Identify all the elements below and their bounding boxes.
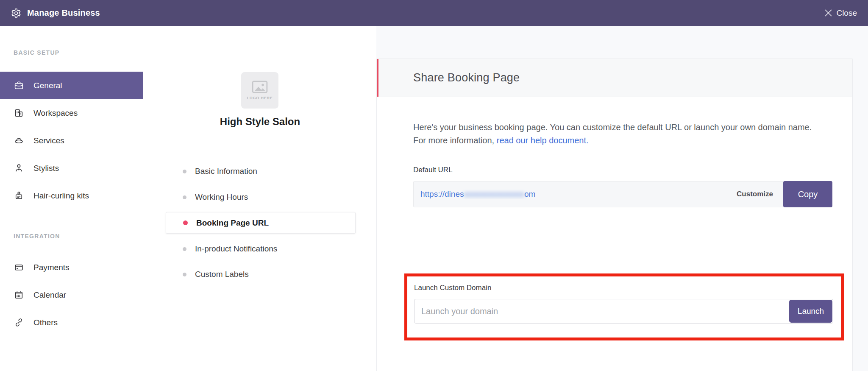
sidebar-item-general[interactable]: General bbox=[0, 72, 143, 99]
help-document-link[interactable]: read our help document. bbox=[497, 136, 589, 145]
sidebar-item-label: Hair-curling kits bbox=[33, 191, 89, 201]
panel-body: Here's your business booking page. You c… bbox=[377, 97, 852, 207]
buildings-icon bbox=[14, 108, 24, 118]
hat-icon bbox=[14, 135, 24, 146]
launch-custom-domain-section: Launch Custom Domain Launch bbox=[414, 284, 833, 324]
top-bar-title-group: Manage Business bbox=[11, 8, 100, 18]
launch-button[interactable]: Launch bbox=[789, 300, 832, 323]
logo-placeholder[interactable]: LOGO HERE bbox=[241, 72, 278, 109]
url-redacted-segment: xxxxxxxxxxxxxxx bbox=[464, 190, 524, 198]
bullet-dot-icon bbox=[183, 170, 186, 173]
share-booking-page-panel: Share Booking Page Here's your business … bbox=[376, 59, 853, 371]
sidebar-item-services[interactable]: Services bbox=[0, 127, 143, 154]
subnav-item-in-product-notifications[interactable]: In-product Notifications bbox=[166, 241, 356, 257]
image-placeholder-icon bbox=[251, 81, 268, 93]
url-visible-suffix: om bbox=[524, 190, 535, 198]
sidebar-item-workspaces[interactable]: Workspaces bbox=[0, 99, 143, 127]
logo-placeholder-label: LOGO HERE bbox=[247, 96, 273, 100]
manage-business-window: Manage Business Close BASIC SETUP Genera… bbox=[0, 0, 868, 371]
panel-header: Share Booking Page bbox=[377, 59, 852, 97]
sidebar-item-label: Calendar bbox=[33, 290, 66, 300]
top-bar: Manage Business Close bbox=[0, 0, 868, 26]
sidebar-item-label: Others bbox=[33, 318, 58, 327]
gear-icon bbox=[11, 8, 21, 18]
link-icon bbox=[14, 317, 24, 328]
calendar-icon bbox=[14, 290, 24, 300]
subnav-item-working-hours[interactable]: Working Hours bbox=[166, 189, 356, 205]
launch-custom-domain-label: Launch Custom Domain bbox=[414, 284, 833, 292]
custom-domain-input-wrap: Launch bbox=[414, 299, 833, 324]
business-summary-column: LOGO HERE High Style Salon Basic Informa… bbox=[144, 26, 376, 371]
default-url-label: Default URL bbox=[413, 166, 852, 174]
customize-link[interactable]: Customize bbox=[737, 190, 773, 198]
active-bullet-dot-icon bbox=[183, 220, 188, 225]
booking-page-description: Here's your business booking page. You c… bbox=[413, 121, 820, 147]
business-name: High Style Salon bbox=[144, 116, 376, 128]
subnav-item-label: In-product Notifications bbox=[195, 244, 277, 254]
section-header-integration: INTEGRATION bbox=[14, 233, 143, 240]
kit-tag-icon bbox=[14, 190, 24, 201]
sidebar-item-label: Workspaces bbox=[33, 109, 78, 118]
subnav-item-label: Booking Page URL bbox=[196, 218, 269, 228]
subnav-item-custom-labels[interactable]: Custom Labels bbox=[166, 266, 356, 282]
subnav-item-label: Working Hours bbox=[195, 192, 248, 202]
sidebar-item-payments[interactable]: Payments bbox=[0, 254, 143, 281]
sidebar-item-label: Services bbox=[33, 136, 64, 145]
sidebar-item-hair-curling-kits[interactable]: Hair-curling kits bbox=[0, 182, 143, 209]
subnav-item-label: Custom Labels bbox=[195, 270, 249, 279]
section-header-basic-setup: BASIC SETUP bbox=[14, 49, 143, 56]
subnav-item-basic-information[interactable]: Basic Information bbox=[166, 163, 356, 179]
panel-accent-bar bbox=[377, 59, 378, 97]
settings-sidebar: BASIC SETUP General Workspaces bbox=[0, 26, 143, 371]
bullet-dot-icon bbox=[183, 273, 186, 276]
credit-card-icon bbox=[14, 262, 24, 273]
close-icon bbox=[825, 9, 832, 17]
bullet-dot-icon bbox=[183, 195, 186, 199]
default-url-value: https://dinesxxxxxxxxxxxxxxxom bbox=[414, 190, 737, 199]
sidebar-item-stylists[interactable]: Stylists bbox=[0, 154, 143, 182]
description-text: Here's your business booking page. You c… bbox=[413, 123, 812, 145]
subnav-item-booking-page-url[interactable]: Booking Page URL bbox=[166, 212, 356, 234]
copy-button[interactable]: Copy bbox=[783, 181, 832, 207]
panel-title: Share Booking Page bbox=[413, 71, 520, 84]
sidebar-item-others[interactable]: Others bbox=[0, 309, 143, 336]
sidebar-item-label: Payments bbox=[33, 263, 69, 272]
sidebar-item-label: Stylists bbox=[33, 164, 59, 173]
custom-domain-input[interactable] bbox=[414, 299, 833, 324]
window-title: Manage Business bbox=[27, 8, 100, 18]
default-url-field: https://dinesxxxxxxxxxxxxxxxom Customize… bbox=[413, 181, 832, 207]
sidebar-item-label: General bbox=[33, 81, 62, 90]
close-button[interactable]: Close bbox=[825, 8, 857, 18]
subnav-item-label: Basic Information bbox=[195, 167, 257, 176]
sidebar-item-calendar[interactable]: Calendar bbox=[0, 281, 143, 309]
person-icon bbox=[14, 163, 24, 173]
url-visible-prefix: https://dines bbox=[420, 190, 464, 198]
bullet-dot-icon bbox=[183, 247, 186, 251]
close-label: Close bbox=[836, 8, 857, 18]
briefcase-icon bbox=[14, 80, 24, 91]
